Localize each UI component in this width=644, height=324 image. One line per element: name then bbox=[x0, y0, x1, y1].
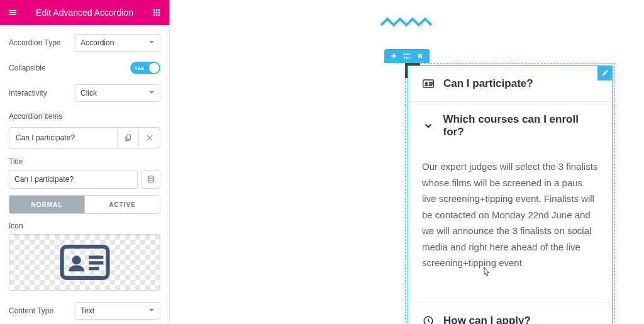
accordion-item-2-body: Our expert judges will select the 3 fina… bbox=[408, 150, 612, 285]
caret-down-icon bbox=[148, 89, 155, 98]
accordion-widget: Can I participate? Which courses can I e… bbox=[408, 66, 612, 324]
section-outline: Can I participate? Which courses can I e… bbox=[405, 63, 615, 324]
dynamic-tags-button[interactable] bbox=[142, 170, 160, 189]
accordion-item-1: Can I participate? bbox=[408, 66, 612, 101]
caret-down-icon bbox=[148, 38, 155, 47]
content-type-row: Content Type Text bbox=[9, 302, 160, 320]
accordion-item-2-header[interactable]: Which courses can I enroll for? bbox=[408, 102, 612, 150]
svg-rect-14 bbox=[430, 82, 433, 83]
accordion-item-3-title: How can I apply? bbox=[443, 315, 531, 325]
accordion-item-2: Which courses can I enroll for? Our expe… bbox=[408, 102, 612, 285]
icon-picker[interactable] bbox=[9, 234, 160, 291]
accordion-item-3-header[interactable]: How can I apply? bbox=[408, 303, 612, 325]
preview-canvas: Can I participate? Which courses can I e… bbox=[170, 0, 644, 324]
svg-rect-16 bbox=[430, 85, 432, 86]
drag-section-icon[interactable] bbox=[403, 53, 411, 59]
grid-icon bbox=[152, 8, 162, 18]
section-handle[interactable] bbox=[384, 49, 430, 63]
svg-point-7 bbox=[406, 53, 408, 55]
copy-icon bbox=[124, 133, 133, 142]
id-card-icon bbox=[60, 243, 110, 281]
icon-label: Icon bbox=[9, 221, 160, 230]
toggle-knob bbox=[149, 63, 159, 73]
interactivity-row: Interactivity Click bbox=[9, 84, 160, 102]
remove-item-button[interactable] bbox=[138, 128, 160, 148]
svg-point-2 bbox=[72, 255, 80, 264]
spacer bbox=[408, 285, 612, 303]
svg-point-6 bbox=[404, 53, 406, 55]
menu-button[interactable] bbox=[0, 0, 25, 25]
pencil-icon bbox=[601, 69, 609, 77]
accordion-items-label: Accordion items bbox=[9, 112, 160, 121]
svg-point-13 bbox=[425, 82, 427, 84]
collapsible-toggle[interactable]: YES bbox=[130, 62, 160, 74]
toggle-yes-text: YES bbox=[135, 66, 145, 70]
accordion-item-actions bbox=[117, 128, 160, 148]
state-tabs: NORMAL ACTIVE bbox=[9, 195, 160, 214]
hamburger-icon bbox=[8, 8, 18, 18]
accordion-item-1-header[interactable]: Can I participate? bbox=[408, 66, 612, 101]
interactivity-select[interactable]: Click bbox=[75, 84, 160, 102]
widget-outline: Can I participate? Which courses can I e… bbox=[408, 65, 613, 324]
divider-zigzag bbox=[380, 16, 434, 30]
svg-point-11 bbox=[409, 57, 411, 59]
add-section-button[interactable] bbox=[391, 53, 397, 59]
id-card-icon bbox=[422, 78, 435, 89]
content-type-label: Content Type bbox=[9, 306, 75, 315]
interactivity-label: Interactivity bbox=[9, 89, 75, 98]
accordion-type-value: Accordion bbox=[80, 38, 114, 47]
svg-point-0 bbox=[148, 176, 153, 179]
title-input[interactable] bbox=[9, 170, 138, 189]
close-icon bbox=[145, 133, 154, 142]
svg-point-10 bbox=[406, 57, 408, 59]
widgets-grid-button[interactable] bbox=[144, 0, 169, 25]
edit-widget-button[interactable] bbox=[597, 65, 613, 81]
accordion-item-1-title: Can I participate? bbox=[443, 77, 533, 90]
database-icon bbox=[147, 175, 155, 184]
svg-rect-4 bbox=[89, 261, 103, 264]
accordion-type-select[interactable]: Accordion bbox=[75, 34, 160, 52]
sidebar-body: Accordion Type Accordion Collapsible YES… bbox=[0, 25, 169, 324]
accordion-item-header: Can I participate? bbox=[9, 127, 160, 148]
accordion-type-label: Accordion Type bbox=[9, 38, 75, 47]
svg-rect-3 bbox=[89, 255, 103, 259]
caret-down-icon bbox=[148, 306, 155, 315]
tab-normal[interactable]: NORMAL bbox=[9, 196, 84, 213]
accordion-item-2-title: Which courses can I enroll for? bbox=[443, 113, 598, 138]
tab-active[interactable]: ACTIVE bbox=[84, 196, 160, 213]
svg-rect-15 bbox=[430, 84, 433, 84]
accordion-item-3: How can I apply? bbox=[408, 303, 612, 325]
duplicate-item-button[interactable] bbox=[117, 128, 138, 148]
interactivity-value: Click bbox=[80, 89, 97, 98]
clock-icon bbox=[422, 315, 435, 325]
sidebar-title: Edit Advanced Accordion bbox=[25, 8, 144, 18]
svg-point-9 bbox=[404, 57, 406, 59]
collapsible-label: Collapsible bbox=[9, 64, 75, 72]
content-type-select[interactable]: Text bbox=[75, 302, 160, 320]
content-type-value: Text bbox=[80, 306, 94, 315]
editor-sidebar: Edit Advanced Accordion Accordion Type A… bbox=[0, 0, 170, 324]
svg-point-8 bbox=[409, 53, 411, 55]
svg-rect-5 bbox=[89, 267, 99, 270]
remove-section-button[interactable] bbox=[417, 53, 423, 59]
title-input-row bbox=[9, 170, 160, 189]
chevron-down-icon bbox=[422, 120, 434, 131]
accordion-item-toggle[interactable]: Can I participate? bbox=[9, 128, 117, 148]
sidebar-header: Edit Advanced Accordion bbox=[0, 0, 169, 25]
accordion-type-row: Accordion Type Accordion bbox=[9, 34, 160, 52]
collapsible-row: Collapsible YES bbox=[9, 62, 160, 74]
title-label: Title bbox=[9, 157, 160, 166]
